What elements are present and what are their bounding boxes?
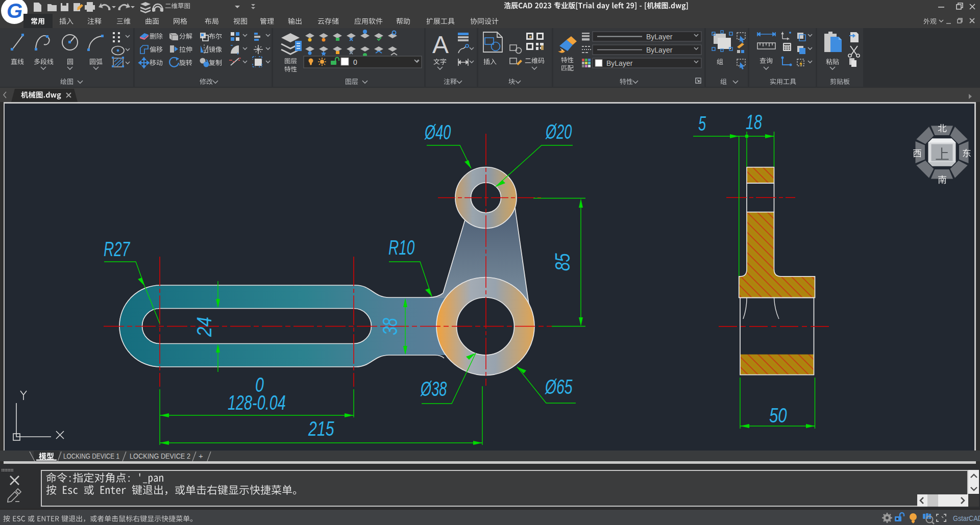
svg-text:5: 5 bbox=[698, 112, 706, 135]
svg-text:ByLayer: ByLayer bbox=[646, 33, 673, 41]
svg-text:Ø20: Ø20 bbox=[545, 120, 572, 143]
svg-text:+: + bbox=[199, 452, 203, 460]
svg-text:A: A bbox=[432, 31, 449, 58]
svg-text:G: G bbox=[7, 0, 22, 22]
svg-text:18: 18 bbox=[746, 110, 763, 133]
svg-text:24: 24 bbox=[193, 317, 216, 337]
svg-text:LOCKING DEVICE 1: LOCKING DEVICE 1 bbox=[63, 452, 119, 460]
svg-text:128-0.04: 128-0.04 bbox=[228, 391, 286, 414]
svg-text:Ø40: Ø40 bbox=[424, 121, 451, 143]
svg-text:0: 0 bbox=[353, 58, 357, 66]
svg-text:GstarCAD: GstarCAD bbox=[953, 514, 980, 522]
svg-text:ByLayer: ByLayer bbox=[606, 59, 633, 67]
svg-text:R27: R27 bbox=[104, 238, 131, 260]
svg-text:Ø65: Ø65 bbox=[545, 376, 573, 398]
svg-text:Ø38: Ø38 bbox=[420, 378, 447, 400]
svg-text:38: 38 bbox=[379, 318, 402, 335]
svg-text:R10: R10 bbox=[388, 236, 414, 259]
svg-text:85: 85 bbox=[551, 253, 574, 271]
svg-text:215: 215 bbox=[308, 417, 334, 440]
svg-text:50: 50 bbox=[769, 404, 787, 427]
svg-text:ByLayer: ByLayer bbox=[646, 46, 673, 54]
svg-text:LOCKING DEVICE 2: LOCKING DEVICE 2 bbox=[130, 452, 190, 460]
